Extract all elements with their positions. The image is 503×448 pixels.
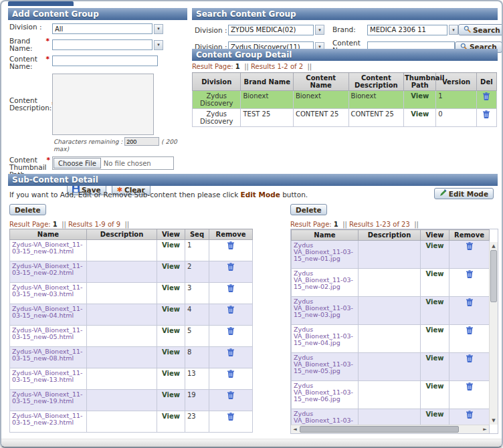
name-cell-text[interactable]: Zydus VA_Bionext_11-03-15_new-01.jpg: [294, 242, 356, 262]
name-cell: Zydus-VA_Bionext_11-03-15_new-04.html: [10, 304, 87, 326]
brand-name-input[interactable]: [52, 39, 153, 50]
name-cell-text[interactable]: Zydus-VA_Bionext_11-03-15_new-05.html: [12, 327, 84, 340]
name-cell-text[interactable]: Zydus VA_Bionext_11-03-15_new-06.jpg: [294, 382, 356, 403]
col-content-description: Content Description: [348, 73, 404, 91]
trash-icon[interactable]: [227, 241, 234, 251]
name-cell-text[interactable]: Zydus VA_Bionext_11-03-15_new-04.jpg: [294, 326, 356, 346]
name-cell-text[interactable]: Zydus-VA_Bionext_11-03-15_new-23.html: [12, 413, 84, 426]
trash-icon[interactable]: [227, 413, 234, 422]
division-cell-text: Zydus Discovery: [200, 110, 233, 125]
trash-icon[interactable]: [466, 382, 473, 392]
horizontal-scrollbar-thumb[interactable]: [300, 426, 459, 433]
name-cell-text[interactable]: Zydus-VA_Bionext_11-03-15_new-13.html: [12, 370, 84, 383]
scroll-up-icon[interactable]: ▲: [490, 242, 498, 250]
description-cell-text: Bionext: [351, 92, 377, 100]
view-link[interactable]: View: [162, 263, 180, 270]
name-cell: Zydus-VA_Bionext_11-03-15_new-13.html: [10, 368, 87, 390]
name-cell-text[interactable]: Zydus-VA_Bionext_11-03-15_new-19.html: [12, 391, 84, 405]
brand-name-cell-text: TEST 25: [243, 110, 270, 118]
name-cell-text[interactable]: Zydus VA_Bionext_11-03-15_new-03.jpg: [294, 298, 356, 318]
trash-icon[interactable]: [466, 411, 473, 420]
view-link[interactable]: View: [425, 298, 443, 306]
view-link[interactable]: View: [425, 326, 443, 334]
name-cell-text[interactable]: Zydus-VA_Bionext_11-03-15_new-04.html: [12, 306, 84, 319]
name-cell-text[interactable]: Zydus-VA_Bionext_11-03-15_new-03.html: [12, 284, 84, 298]
description-cell: [87, 347, 157, 368]
col-description: Description: [87, 229, 157, 240]
trash-icon[interactable]: [483, 110, 490, 120]
remove-cell: [209, 326, 253, 347]
characters-remaining: Characters remaining : ( 200 max): [54, 137, 186, 152]
view-link[interactable]: View: [425, 411, 443, 418]
view-link[interactable]: View: [425, 242, 443, 249]
chevron-down-icon[interactable]: ▾: [154, 24, 163, 34]
search-brand-input[interactable]: [367, 25, 447, 35]
choose-file-button[interactable]: Choose File: [54, 158, 101, 169]
name-cell-text[interactable]: Zydus-VA_Bionext_11-03-15_new-08.html: [12, 348, 84, 362]
brand-name-cell: TEST 25: [241, 109, 294, 127]
delete-button-right[interactable]: Delete: [290, 204, 327, 215]
chevron-down-icon[interactable]: ▾: [154, 40, 163, 50]
remove-cell: [209, 261, 253, 283]
view-link[interactable]: View: [162, 284, 180, 292]
col-view: View: [157, 229, 185, 240]
search-button[interactable]: Search: [458, 24, 503, 35]
trash-icon[interactable]: [227, 391, 234, 401]
col-division: Division: [193, 73, 241, 91]
division-cell-text: Zydus Discovery: [200, 92, 233, 107]
trash-icon[interactable]: [227, 263, 234, 272]
trash-icon[interactable]: [466, 270, 473, 279]
top-tab-fragment: [8, 1, 74, 6]
trash-icon[interactable]: [466, 326, 473, 336]
view-link[interactable]: View: [162, 241, 180, 249]
left-result-line: Result Page: 1 || Results 1-9 of 9 ||: [9, 221, 129, 228]
name-cell-text[interactable]: Zydus-VA_Bionext_11-03-15_new-02.html: [12, 263, 84, 276]
chevron-down-icon[interactable]: ▾: [449, 25, 458, 35]
view-link[interactable]: View: [162, 370, 180, 377]
view-link[interactable]: View: [162, 306, 180, 313]
content-group-row: Zydus DiscoveryBionextBionextBionextView…: [193, 91, 497, 109]
vertical-scrollbar[interactable]: ▲ ▼: [489, 242, 498, 425]
edit-mode-button[interactable]: Edit Mode: [434, 188, 494, 199]
trash-icon[interactable]: [227, 370, 234, 379]
name-cell: Zydus-VA_Bionext_11-03-15_new-19.html: [10, 390, 87, 411]
view-link[interactable]: View: [411, 110, 429, 118]
scroll-left-icon[interactable]: ◄: [291, 425, 299, 433]
trash-icon[interactable]: [466, 354, 473, 364]
trash-icon[interactable]: [466, 242, 473, 251]
view-link[interactable]: View: [162, 348, 180, 356]
chevron-down-icon[interactable]: ▾: [315, 25, 324, 35]
sub-content-row: Zydus-VA_Bionext_11-03-15_new-13.htmlVie…: [10, 368, 253, 390]
name-cell-text[interactable]: Zydus VA_Bionext_11-03-15_new-02.jpg: [294, 270, 356, 290]
view-link[interactable]: View: [162, 413, 180, 420]
name-cell-text[interactable]: Zydus VA_Bionext_11-03-15_new-05.jpg: [294, 354, 356, 374]
name-cell-text[interactable]: Zydus-VA_Bionext_11-03-15_new-01.html: [12, 241, 84, 255]
add-content-group-panel: Add Content Group Division : ▾ Brand Nam…: [8, 8, 187, 195]
delete-button-left[interactable]: Delete: [9, 204, 46, 215]
search-division-input[interactable]: [228, 25, 314, 35]
view-link[interactable]: View: [425, 382, 443, 390]
sub-content-row: Zydus VA_Bionext_11-03-15_new-05.jpgView: [292, 353, 490, 381]
view-link[interactable]: View: [425, 354, 443, 362]
content-description-input[interactable]: [52, 74, 154, 135]
view-link[interactable]: View: [425, 270, 443, 277]
trash-icon[interactable]: [227, 348, 234, 358]
trash-icon[interactable]: [466, 298, 473, 308]
view-link[interactable]: View: [411, 92, 429, 100]
view-link[interactable]: View: [162, 327, 180, 334]
search-content-group-title: Search Content Group: [192, 8, 498, 20]
division-input[interactable]: [52, 23, 153, 34]
content-name-label: Content Name:: [9, 55, 46, 70]
col-name: Name: [292, 230, 359, 241]
view-link[interactable]: View: [162, 391, 180, 399]
scroll-down-icon[interactable]: ▼: [490, 417, 498, 425]
scroll-right-icon[interactable]: ►: [481, 425, 489, 433]
trash-icon[interactable]: [227, 327, 234, 336]
content-name-input[interactable]: [52, 55, 158, 66]
sub-content-row: Zydus-VA_Bionext_11-03-15_new-02.htmlVie…: [10, 261, 253, 283]
vertical-scrollbar-thumb[interactable]: [490, 250, 497, 302]
trash-icon[interactable]: [227, 284, 234, 294]
trash-icon[interactable]: [483, 92, 490, 102]
horizontal-scrollbar[interactable]: ◄ ►: [291, 425, 489, 433]
trash-icon[interactable]: [227, 306, 234, 315]
